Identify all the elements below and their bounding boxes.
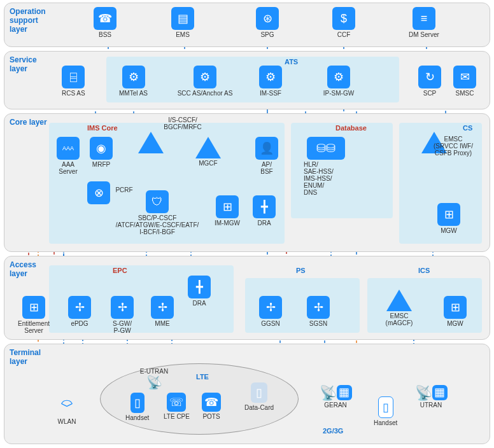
node-sgw: ✢S-GW/ P-GW <box>106 296 138 334</box>
arrows-icon: ✢ <box>259 296 282 319</box>
node-mgcf: MGCF <box>195 137 221 167</box>
triangle-icon <box>138 132 164 153</box>
node-emsc: EMSC (SRVCC IWF/ CSFB Proxy) <box>402 132 466 176</box>
node-cscf: I/S-CSCF/ BGCF/MRFC <box>125 132 176 169</box>
access-layer: Access layer EPC PS ICS ╋DRA ⊞Entitlemen… <box>4 256 490 340</box>
phone-icon: AAA <box>57 137 80 160</box>
node-imssf: ⚙IM-SSF <box>259 66 282 97</box>
gear-icon: ⚙ <box>122 66 145 88</box>
phone-icon: ▯ <box>131 393 145 413</box>
shield-icon: 🛡 <box>146 190 169 213</box>
node-geran: 📡▦GERAN <box>316 385 355 409</box>
network-icon: ⊛ <box>256 7 279 30</box>
node-smsc: ✉SMSC <box>453 66 476 97</box>
node-immgw: ⊞IM-MGW <box>215 195 240 227</box>
node-eutran: E-UTRAN 📡 <box>132 367 176 390</box>
servers-icon: ▤ <box>171 7 194 30</box>
node-sbc: 🛡SBC/P-CSCF /ATCF/ATGW/E-CSCF/EATF/ I-BC… <box>106 190 208 235</box>
person-icon: 👤 <box>255 137 278 160</box>
layer-title-svc: Service layer <box>10 55 54 73</box>
coin-icon: $ <box>332 7 355 30</box>
switch-icon: ⊞ <box>437 203 460 226</box>
phone-icon: ▯ <box>378 396 393 418</box>
switch-icon: ⊞ <box>22 296 45 319</box>
node-hlr: ⛁⛁HLR/ SAE-HSS/ IMS-HSS/ ENUM/ DNS <box>304 137 348 196</box>
ims-title: IMS Core <box>87 124 118 132</box>
node-mgw2: ⊞MGW <box>444 296 467 327</box>
cpe-icon: ☏ <box>167 393 186 412</box>
g23-title: 2G/3G <box>323 427 343 435</box>
terminal-layer: Terminal layer LTE 2G/3G ⌔WLAN E-UTRAN 📡… <box>4 344 490 444</box>
box-icon: ▦ <box>432 385 448 400</box>
database-icon: ⛁⛁ <box>307 137 345 160</box>
operation-support-layer: Operation support layer ☎BSS ▤EMS ⊛SPG $… <box>4 3 490 47</box>
node-apbsf: 👤AP/ BSF <box>254 137 279 175</box>
node-aaa: AAAAAA Server <box>54 137 82 175</box>
phone-cycle-icon: ↻ <box>418 66 441 88</box>
node-ent: ⊞Entitlement Server <box>13 296 54 334</box>
triangle-icon <box>386 290 412 311</box>
node-dra2: ╋DRA <box>188 276 211 307</box>
antenna-icon: 📡 <box>320 385 337 401</box>
message-icon: ✉ <box>453 66 476 88</box>
node-mme: ✢MME <box>151 296 174 327</box>
router-icon: ╋ <box>188 276 211 298</box>
cs-title: CS <box>463 124 472 132</box>
db-user-icon: ⌸ <box>62 66 85 88</box>
gear-icon: ⚙ <box>327 66 350 88</box>
node-rcsas: ⌸RCS AS <box>62 66 85 97</box>
db-title: Database <box>335 124 367 132</box>
sim-icon: ▯ <box>251 382 267 403</box>
node-datacard: ▯Data-Card <box>240 382 278 411</box>
service-layer: Service layer ATS ⌸RCS AS ⚙MMTel AS ⚙SCC… <box>4 51 490 109</box>
router-icon: ╋ <box>253 195 276 218</box>
node-ccf: $CCF <box>332 7 355 38</box>
epc-title: EPC <box>113 267 127 274</box>
antenna-icon: 📡 <box>146 375 162 389</box>
media-icon: ◉ <box>90 137 113 160</box>
layer-title-acc: Access layer <box>10 260 54 278</box>
arrows-icon: ✢ <box>151 296 174 319</box>
layer-title-term: Terminal layer <box>10 348 54 366</box>
pots-icon: ☎ <box>202 393 221 412</box>
switch-icon: ⊞ <box>216 195 239 218</box>
node-wlan: ⌔WLAN <box>55 394 78 425</box>
node-spg: ⊛SPG <box>256 7 279 38</box>
node-handset1: ▯Handset <box>125 393 149 421</box>
node-ipsmgw: ⚙IP-SM-GW <box>316 66 361 97</box>
layer-title-op: Operation support layer <box>10 7 54 34</box>
node-sgsn: ✢SGSN <box>307 296 330 327</box>
rack-icon: ≡ <box>413 7 435 30</box>
node-ems: ▤EMS <box>171 7 194 38</box>
headset-icon: ☎ <box>94 7 116 30</box>
node-scp: ↻SCP <box>418 66 441 97</box>
node-handset2: ▯Handset <box>374 396 397 426</box>
arrows-icon: ✢ <box>307 296 330 319</box>
wifi-icon: ⌔ <box>55 394 78 417</box>
node-pots: ☎POTS <box>202 393 221 420</box>
lte-title: LTE <box>196 373 209 381</box>
node-utran: 📡▦UTRAN <box>412 385 450 409</box>
node-dra1: ╋DRA <box>253 195 276 227</box>
arrows-icon: ✢ <box>68 296 91 319</box>
gear-icon: ⚙ <box>194 66 216 88</box>
node-bss: ☎BSS <box>94 7 116 38</box>
arrows-icon: ✢ <box>111 296 134 319</box>
antenna-icon: 📡 <box>415 385 432 401</box>
node-emsc2: EMSC (mAGCF) <box>380 290 418 326</box>
node-sccas: ⚙SCC AS/Anchor AS <box>170 66 240 97</box>
node-epdg: ✢ePDG <box>68 296 91 327</box>
node-mgw1: ⊞MGW <box>437 203 460 234</box>
gear-icon: ⚙ <box>259 66 282 88</box>
node-dmserver: ≡DM Server <box>409 7 439 38</box>
box-icon: ▦ <box>337 385 352 400</box>
core-layer: Core layer IMS Core Database CS AAAAAA S… <box>4 113 490 252</box>
ats-title: ATS <box>285 58 298 66</box>
ps-title: PS <box>296 267 306 274</box>
triangle-icon <box>195 137 221 158</box>
node-ggsn: ✢GGSN <box>259 296 282 327</box>
ics-title: ICS <box>418 267 430 274</box>
layer-title-core: Core layer <box>10 118 54 127</box>
node-mmtelas: ⚙MMTel AS <box>119 66 148 97</box>
node-ltecpe: ☏LTE CPE <box>164 393 190 420</box>
